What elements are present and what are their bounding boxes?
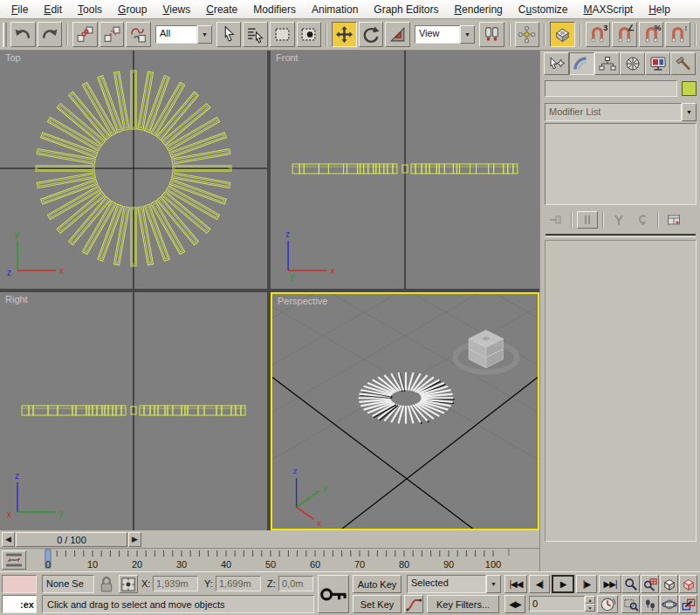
object-color-swatch[interactable] (682, 81, 697, 96)
use-pivot-point-center-button[interactable] (479, 22, 504, 47)
default-in-out-tangents-button[interactable] (404, 595, 423, 613)
select-object-button[interactable] (216, 22, 242, 47)
zoom-all-button[interactable] (641, 575, 659, 593)
configure-modifier-sets-button[interactable] (663, 211, 684, 229)
arc-rotate-button[interactable] (660, 595, 678, 613)
current-frame-field[interactable] (529, 596, 585, 612)
spinner-snap-toggle-button[interactable]: ↕ (665, 22, 690, 47)
zoom-extents-button[interactable] (660, 575, 678, 593)
zoom-extents-all-button[interactable] (679, 575, 697, 593)
zoom-region-button[interactable] (621, 595, 640, 613)
track-bar[interactable]: 0102030405060708090100 (0, 549, 539, 571)
key-mode-dropdown[interactable]: Selected ▼ (407, 575, 501, 593)
menu-item-rendering[interactable]: Rendering (446, 1, 510, 18)
menu-item-group[interactable]: Group (110, 1, 154, 18)
modifier-list-dropdown[interactable]: Modifier List ▼ (545, 103, 697, 121)
maximize-viewport-toggle-button[interactable] (679, 595, 697, 613)
go-to-end-button[interactable]: ▶▶| (599, 575, 621, 593)
viewport-label-right[interactable]: Right (5, 294, 28, 304)
set-key-big-key-button[interactable] (318, 575, 349, 613)
viewport-label-front[interactable]: Front (276, 52, 299, 63)
next-frame-button[interactable]: |▶ (576, 575, 597, 593)
x-coordinate-field[interactable] (153, 576, 198, 591)
viewport-scene-right[interactable]: zyx (0, 292, 267, 530)
pin-stack-button[interactable] (546, 211, 566, 229)
time-slider-next-button[interactable]: ▶ (128, 532, 141, 547)
select-by-name-button[interactable] (243, 22, 268, 47)
maxscript-mini-listener-output[interactable]: :ex (2, 595, 37, 613)
menu-item-customize[interactable]: Customize (511, 1, 576, 18)
key-mode-value[interactable]: Selected (407, 575, 486, 593)
make-unique-button[interactable] (608, 211, 629, 229)
menu-item-maxscript[interactable]: MAXScript (576, 1, 642, 18)
angle-snap-toggle-button[interactable]: ∠ (612, 22, 637, 47)
window-crossing-button[interactable] (297, 22, 322, 47)
chevron-down-icon[interactable]: ▼ (197, 25, 212, 44)
go-to-start-button[interactable]: |◀◀ (504, 575, 527, 593)
undo-button[interactable] (10, 22, 36, 47)
panel-tab-motion[interactable] (620, 52, 645, 75)
menu-item-help[interactable]: Help (641, 1, 678, 18)
modifier-list-value[interactable]: Modifier List (545, 103, 682, 121)
pan-walk-button[interactable] (641, 595, 659, 613)
select-and-manipulate-button[interactable] (515, 22, 540, 47)
viewport-scene-front[interactable]: zxy (271, 51, 539, 289)
zoom-button[interactable] (621, 575, 640, 593)
percent-snap-toggle-button[interactable]: % (639, 22, 664, 47)
viewport-top[interactable]: yxzTop (0, 51, 267, 289)
frame-ruler[interactable]: 0102030405060708090100 (26, 549, 539, 571)
panel-tab-modify[interactable] (569, 52, 594, 75)
play-button[interactable]: ▶ (552, 575, 574, 593)
viewport-right[interactable]: zyxRight (0, 292, 267, 530)
select-and-move-button[interactable] (332, 22, 357, 47)
set-key-button[interactable]: Set Key (353, 595, 401, 613)
menu-item-animation[interactable]: Animation (304, 1, 366, 18)
menu-item-tools[interactable]: Tools (70, 1, 110, 18)
remove-modifier-button[interactable] (632, 211, 653, 229)
chevron-down-icon[interactable]: ▼ (460, 25, 475, 44)
panel-tab-hierarchy[interactable] (594, 52, 620, 75)
reference-coordinate-system-value[interactable]: View (415, 25, 460, 44)
time-configuration-button[interactable] (597, 595, 618, 613)
viewport-label-top[interactable]: Top (5, 52, 21, 63)
time-slider-prev-button[interactable]: ◀ (2, 532, 15, 547)
unlink-selection-button[interactable] (100, 22, 125, 47)
previous-frame-button[interactable]: ◀| (529, 575, 550, 593)
menu-item-edit[interactable]: Edit (36, 1, 70, 18)
chevron-down-icon[interactable]: ▼ (486, 575, 501, 593)
object-name-field[interactable] (545, 80, 677, 97)
key-mode-toggle-button[interactable]: ◀▶ (504, 595, 525, 613)
panel-tab-display[interactable] (645, 52, 670, 75)
viewport-front[interactable]: zxyFront (271, 51, 539, 289)
snaps-toggle-3d-button[interactable]: 3 (586, 22, 611, 47)
modifier-stack-list[interactable] (545, 123, 697, 205)
open-mini-curve-editor-button[interactable] (2, 550, 26, 570)
viewport-perspective[interactable]: zyxPerspective (271, 292, 539, 530)
select-and-scale-button[interactable] (385, 22, 410, 47)
absolute-offset-mode-toggle[interactable] (119, 575, 138, 593)
chevron-down-icon[interactable]: ▼ (682, 103, 697, 121)
key-filters-button[interactable]: Key Filters... (427, 595, 499, 613)
menu-item-create[interactable]: Create (198, 1, 245, 18)
bind-to-space-warp-button[interactable] (126, 22, 151, 47)
show-end-result-button[interactable] (577, 211, 598, 229)
reference-coordinate-system-dropdown[interactable]: View▼ (415, 25, 475, 44)
menu-item-modifiers[interactable]: Modifiers (245, 1, 304, 18)
time-slider-handle[interactable]: 0 / 100 (16, 532, 127, 547)
frame-spinner-up[interactable]: ▲ (585, 596, 595, 604)
selection-filter-dropdown[interactable]: All▼ (155, 25, 212, 44)
toolbar-drag-handle[interactable] (3, 23, 7, 47)
viewport-label-perspective[interactable]: Perspective (278, 296, 327, 306)
redo-button[interactable] (38, 22, 63, 47)
auto-key-button[interactable]: Auto Key (353, 575, 401, 593)
keyboard-shortcut-override-toggle-button[interactable] (550, 22, 575, 47)
selection-lock-toggle[interactable] (98, 576, 115, 593)
panel-tab-create[interactable] (544, 52, 569, 75)
frame-spinner-down[interactable]: ▼ (585, 604, 595, 612)
y-coordinate-field[interactable] (216, 576, 261, 591)
maxscript-mini-listener-macro[interactable] (2, 575, 37, 593)
viewport-scene-perspective[interactable]: zyx (272, 294, 538, 529)
menu-item-file[interactable]: File (3, 1, 36, 18)
z-coordinate-field[interactable] (278, 576, 313, 591)
selection-filter-value[interactable]: All (155, 25, 197, 44)
